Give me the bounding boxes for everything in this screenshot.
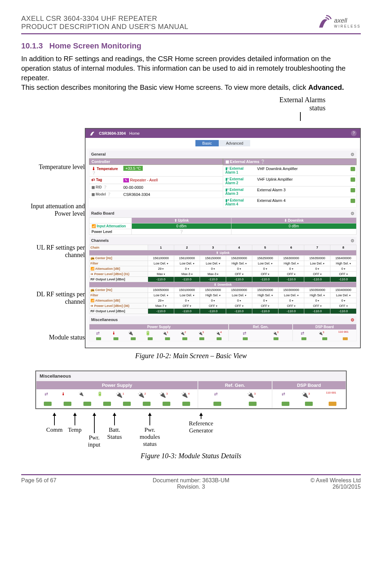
- misc-ref-gen: Ref. Gen. ⇄🔌3: [229, 324, 293, 341]
- help-icon[interactable]: ?: [351, 130, 357, 136]
- panel-general-title: General: [91, 152, 106, 157]
- doc-title-line1: AXELL CSR 3604-3304 UHF REPEATER: [21, 14, 188, 23]
- callout-ul: UL RF settings per channel: [21, 244, 85, 259]
- pwr-module-1-icon: 🔌1: [163, 331, 168, 336]
- figure-2-container: Miscellaneous Power Supply ⇄ 🌡 🔌 🔋 🔌1 🔌2…: [35, 371, 347, 409]
- plug-icon: 🔌: [78, 391, 84, 398]
- section-title: Home Screen Monitoring: [49, 41, 141, 50]
- callout-external-alarms-line: [21, 112, 301, 121]
- comm-icon: ⇄: [301, 331, 304, 336]
- figure-2-arrows: Comm Temp Pwr.input Batt.Status Pwr.modu…: [35, 413, 347, 448]
- plug-icon: 🔌: [128, 331, 133, 336]
- gear-icon[interactable]: ⚙: [351, 238, 354, 243]
- doc-footer: Page 56 of 67 Document number: 3633B-UM …: [21, 474, 361, 490]
- paragraph-1: In addition to RF settings and readings,…: [21, 54, 361, 83]
- figure-2-caption: Figure 10-3: Module Status Details: [21, 452, 361, 460]
- status-led-warn: [343, 337, 348, 340]
- arrow-batt-status: Batt.Status: [104, 413, 125, 448]
- pwr-module-2-icon: 🔌2: [180, 331, 186, 336]
- callout-dl: DL RF settings per channel: [21, 291, 85, 305]
- panel-radio-board: Radio Board⚙ ⬆ Uplink⬇ Downlink 📶 Input …: [89, 210, 357, 235]
- footer-copyright: © Axell Wireless Ltd: [248, 477, 361, 484]
- logo-sub: WIRELESS: [334, 24, 361, 28]
- logo-brand: axell: [334, 17, 361, 24]
- pwr-module-1-icon: 🔌1: [116, 391, 124, 398]
- misc2-ref-gen: Ref. Gen. ⇄🔌3: [198, 381, 272, 408]
- tag-edit-icon[interactable]: ✎: [123, 178, 129, 182]
- doc-title-line2: PRODUCT DESCRIPTION AND USER'S MANUAL: [21, 23, 188, 31]
- misc-dsp-board: DSP Board ⇄🔌3110 001: [293, 324, 357, 341]
- channels-table: Chain 12345678 ⬆ Uplink 📻 Center [Hz]156…: [89, 245, 357, 314]
- callout-external-alarms: External Alarms status: [21, 96, 325, 112]
- arrow-comm: Comm: [44, 413, 65, 448]
- section-heading: 10.1.3 Home Screen Monitoring: [21, 41, 361, 51]
- document-page: AXELL CSR 3604-3304 UHF REPEATER PRODUCT…: [0, 0, 382, 497]
- topbar-model: CSR3604-3304: [99, 131, 126, 135]
- axell-logo: axell WIRELESS: [315, 14, 361, 31]
- screenshot-main: CSR3604-3304 Home ? BasicAdvanced Genera…: [85, 128, 361, 348]
- tab-advanced[interactable]: Advanced: [219, 140, 250, 146]
- pwr-module-2-icon: 🔌2: [137, 391, 146, 398]
- gear-icon[interactable]: ⚙: [351, 211, 354, 216]
- rid-value: 00-00-0000: [121, 184, 223, 191]
- view-tabs: BasicAdvanced: [86, 138, 360, 149]
- arrow-pwr-modules: Pwr.modulesstatus: [125, 413, 175, 448]
- panel-miscellaneous: Miscellaneous⚙ Power Supply ⇄ 🌡 🔌 🔋 🔌1 🔌…: [89, 316, 357, 341]
- arrow-ref-gen: ReferenceGenerator: [175, 413, 228, 448]
- gear-icon[interactable]: ⚙: [351, 318, 354, 322]
- temperature-value: +33.5 °C: [123, 166, 143, 171]
- panel-general: General⚙ Controller 🌡 Temperature ❔+33.5…: [89, 151, 357, 208]
- pwr-module-3-icon: 🔌3: [198, 331, 204, 336]
- tag-value: Repeater - Axell: [130, 178, 158, 182]
- footer-rev: Revision. 3: [134, 484, 247, 490]
- figure-1-caption: Figure 10-2: Main Screen – Basic View: [21, 352, 361, 360]
- temp-icon: 🌡: [112, 331, 116, 336]
- footer-page: Page 56 of 67: [21, 477, 134, 490]
- misc-power-supply: Power Supply ⇄ 🌡 🔌 🔋 🔌1 🔌2 🔌3 🔌4: [89, 324, 229, 341]
- comm-icon: ⇄: [96, 331, 100, 336]
- comm-icon: ⇄: [45, 391, 48, 398]
- paragraph-2: This section describes monitoring the Ba…: [21, 83, 361, 92]
- temp-icon: 🌡: [61, 391, 65, 398]
- footer-date: 26/10/2015: [248, 484, 361, 490]
- panel-channels-title: Channels: [91, 238, 109, 243]
- topbar-logo-icon: [89, 130, 95, 136]
- status-led-ok: [351, 167, 355, 171]
- tab-basic[interactable]: Basic: [195, 140, 219, 146]
- pwr-module-4-icon: 🔌4: [181, 391, 189, 398]
- figure-1-container: Temperature level Input attenuation and …: [21, 128, 361, 348]
- pwr-module-3-icon: 🔌3: [159, 391, 168, 398]
- callout-input: Input attenuation and Power level: [21, 203, 85, 217]
- arrow-temp: Temp: [65, 413, 84, 448]
- misc2-dsp-board: DSP Board ⇄🔌3110 001: [272, 381, 346, 408]
- doc-header: AXELL CSR 3604-3304 UHF REPEATER PRODUCT…: [21, 14, 361, 34]
- panel-channels: Channels⚙ Chain 12345678 ⬆ Uplink 📻 Cent…: [89, 237, 357, 314]
- pwr-module-4-icon: 🔌4: [216, 331, 222, 336]
- model-value: CSR3604-3304: [121, 191, 223, 198]
- arrow-pwr-input: Pwr.input: [84, 413, 104, 448]
- controller-header: Controller: [89, 158, 223, 165]
- battery-icon: 🔋: [145, 331, 151, 336]
- battery-icon: 🔋: [97, 391, 102, 398]
- callout-temperature: Temperature level: [21, 163, 85, 171]
- footer-docnum: Document number: 3633B-UM: [134, 477, 247, 484]
- breadcrumb: Home: [129, 131, 140, 135]
- axell-logo-icon: [315, 14, 332, 31]
- callout-module: Module status: [21, 334, 85, 341]
- panel-radio-title: Radio Board: [91, 211, 114, 216]
- misc2-power-supply: Power Supply ⇄ 🌡 🔌 🔋 🔌1 🔌2 🔌3 🔌4: [36, 381, 198, 408]
- callouts-column: Temperature level Input attenuation and …: [21, 128, 85, 348]
- app-topbar: CSR3604-3304 Home ?: [86, 129, 360, 138]
- dsp-binary-icon: 110 001: [338, 331, 348, 336]
- gear-icon[interactable]: ⚙: [351, 152, 354, 157]
- section-number: 10.1.3: [21, 41, 43, 50]
